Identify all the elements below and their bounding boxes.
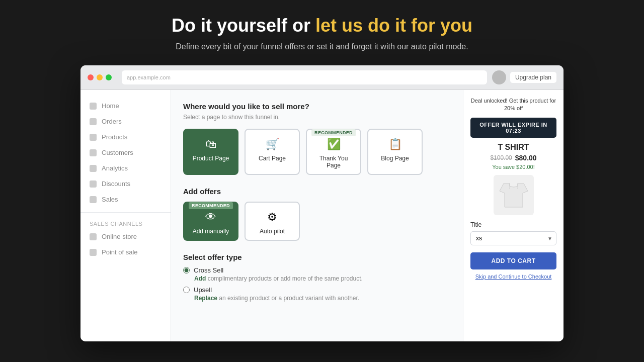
add-offers-title: Add offers: [183, 187, 451, 196]
customers-icon: [90, 149, 97, 156]
where-to-sell-title: Where would you like to sell more?: [183, 102, 451, 111]
thankyou-page-icon: ✅: [327, 138, 341, 151]
blog-page-label: Blog Page: [381, 155, 409, 162]
radio-item-upsell: Upsell Replace an existing product or a …: [183, 286, 451, 302]
upsell-label: Upsell: [194, 286, 212, 294]
price-row: $100.00 $80.00: [470, 154, 556, 162]
browser-bar: app.example.com Upgrade plan: [80, 65, 564, 90]
autopilot-icon: ⚙: [267, 211, 277, 224]
sidebar-item-discounts[interactable]: Discounts: [80, 176, 171, 192]
sidebar-item-products[interactable]: Products: [80, 129, 171, 145]
title-label: Title: [470, 221, 556, 228]
browser-window: app.example.com Upgrade plan Home Orders…: [80, 65, 564, 341]
pos-icon: [90, 249, 97, 256]
browser-avatar: [492, 70, 506, 84]
deal-text: Deal unlocked! Get this product for 20% …: [470, 97, 556, 113]
online-store-icon: [90, 233, 97, 240]
dot-red: [88, 74, 94, 80]
crosssell-label: Cross Sell: [194, 266, 223, 274]
browser-url-bar: app.example.com: [122, 70, 487, 84]
sidebar-divider: [80, 212, 171, 213]
sidebar-item-orders[interactable]: Orders: [80, 114, 171, 129]
browser-dots: [88, 74, 112, 80]
sidebar-item-customers[interactable]: Customers: [80, 145, 171, 160]
autopilot-label: Auto pilot: [260, 228, 285, 235]
cart-page-icon: 🛒: [266, 138, 279, 151]
sidebar-item-online-store[interactable]: Online store: [80, 229, 171, 244]
sidebar-section2-title: Sales channels: [80, 218, 171, 229]
crosssell-desc-highlight: Add: [194, 275, 208, 282]
recommended-badge-thankyou: RECOMMENDED: [311, 129, 356, 136]
main-panel: Where would you like to sell more? Selec…: [171, 90, 463, 341]
sales-icon: [90, 196, 97, 203]
sidebar-label-products: Products: [102, 133, 127, 141]
sidebar-label-online-store: Online store: [102, 233, 137, 240]
manual-offer-label: Add manually: [193, 228, 229, 235]
product-title: T SHIRT: [470, 143, 556, 152]
sidebar-item-sales[interactable]: Sales: [80, 192, 171, 207]
price-save: You save $20.00!: [470, 164, 556, 170]
product-page-label: Product Page: [193, 155, 229, 162]
price-original: $100.00: [490, 154, 512, 161]
sidebar-label-sales: Sales: [102, 196, 118, 203]
timer-badge: OFFER WILL EXPIRE IN 07:23: [470, 118, 556, 138]
thankyou-page-label: Thank You Page: [312, 155, 355, 169]
tshirt-svg: [499, 181, 529, 209]
size-select[interactable]: xs s m l xl: [470, 231, 556, 245]
hero-title-highlight: let us do it for you: [315, 15, 472, 36]
sidebar-label-customers: Customers: [102, 149, 133, 156]
right-panel: Deal unlocked! Get this product for 20% …: [463, 90, 564, 341]
crosssell-desc: Add complimentary products or add more o…: [194, 275, 451, 282]
hero-title: Do it yourself or let us do it for you: [172, 15, 472, 36]
blog-page-icon: 📋: [388, 138, 402, 151]
add-to-cart-button[interactable]: ADD TO CART: [470, 252, 556, 269]
discounts-icon: [90, 180, 97, 188]
offer-type-title: Select offer type: [183, 253, 451, 261]
upsell-radio[interactable]: [183, 287, 190, 293]
crosssell-radio[interactable]: [183, 267, 190, 274]
products-icon: [90, 134, 97, 141]
page-card-blog[interactable]: 📋 Blog Page: [367, 129, 423, 175]
upsell-desc: Replace an existing product or a product…: [194, 295, 451, 302]
size-select-wrapper[interactable]: xs s m l xl ▼: [470, 231, 556, 245]
page-card-cart[interactable]: 🛒 Cart Page: [245, 129, 300, 175]
where-to-sell-subtitle: Select a page to show this funnel in.: [183, 114, 451, 121]
cart-page-label: Cart Page: [259, 155, 286, 162]
page-cards: 🛍 Product Page 🛒 Cart Page RECOMMENDED ✅…: [183, 129, 451, 175]
offer-type-radio-group: Cross Sell Add complimentary products or…: [183, 266, 451, 302]
product-page-icon: 🛍: [205, 138, 216, 151]
browser-actions: Upgrade plan: [492, 70, 556, 84]
dot-yellow: [97, 74, 103, 80]
sidebar-label-orders: Orders: [102, 118, 122, 125]
upgrade-button[interactable]: Upgrade plan: [510, 72, 556, 83]
product-preview: Deal unlocked! Get this product for 20% …: [463, 90, 564, 287]
page-card-thankyou[interactable]: RECOMMENDED ✅ Thank You Page: [306, 129, 361, 175]
radio-item-crosssell: Cross Sell Add complimentary products or…: [183, 266, 451, 282]
offer-cards: RECOMMENDED 👁 Add manually ⚙ Auto pilot: [183, 202, 451, 241]
sidebar: Home Orders Products Customers Analytics…: [80, 90, 171, 341]
browser-body: Home Orders Products Customers Analytics…: [80, 90, 564, 341]
product-image: [494, 175, 534, 215]
sidebar-label-home: Home: [102, 102, 119, 110]
manual-offer-icon: 👁: [205, 211, 216, 224]
sidebar-label-pos: Point of sale: [102, 248, 138, 256]
recommended-badge-manual: RECOMMENDED: [189, 202, 233, 209]
orders-icon: [90, 118, 97, 125]
hero-subtitle: Define every bit of your funnel offers o…: [176, 42, 468, 51]
skip-checkout-link[interactable]: Skip and Continue to Checkout: [470, 274, 556, 280]
offer-card-autopilot[interactable]: ⚙ Auto pilot: [245, 202, 300, 241]
analytics-icon: [90, 165, 97, 172]
sidebar-item-home[interactable]: Home: [80, 98, 171, 114]
offer-card-manual[interactable]: RECOMMENDED 👁 Add manually: [183, 202, 238, 241]
upsell-desc-highlight: Replace: [194, 295, 219, 302]
home-icon: [90, 103, 97, 110]
price-sale: $80.00: [515, 154, 537, 162]
product-image-area: [470, 175, 556, 215]
offer-type-section: Select offer type Cross Sell Add complim…: [183, 253, 451, 302]
sidebar-label-discounts: Discounts: [102, 180, 130, 188]
sidebar-item-analytics[interactable]: Analytics: [80, 160, 171, 176]
page-card-product[interactable]: 🛍 Product Page: [183, 129, 238, 175]
sidebar-label-analytics: Analytics: [102, 164, 128, 172]
sidebar-item-pos[interactable]: Point of sale: [80, 244, 171, 260]
dot-green: [106, 74, 112, 80]
